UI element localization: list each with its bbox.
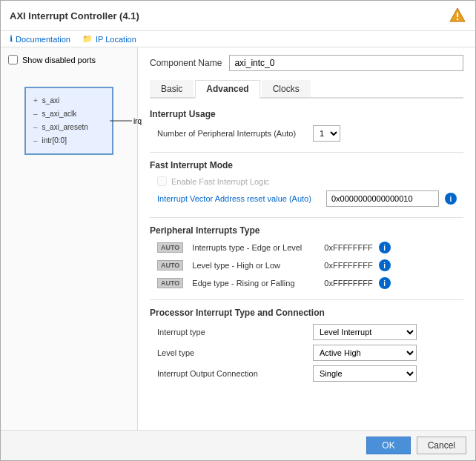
port-intr: – intr[0:0]	[33, 134, 105, 147]
interrupt-type-dropdown[interactable]: Level Interrupt Fast Interrupt	[313, 324, 417, 340]
right-panel: Component Name Basic Advanced Clocks Int…	[138, 47, 475, 430]
interrupt-row-1: AUTO Level type - High or Low 0xFFFFFFFF…	[150, 259, 463, 271]
interrupt-usage-title: Interrupt Usage	[150, 109, 463, 119]
ip-location-label: IP Location	[96, 35, 136, 44]
irq-connector: irq	[110, 117, 142, 125]
num-interrupts-row: Number of Peripheral Interrupts (Auto) 1	[150, 125, 463, 142]
location-icon: 📁	[82, 34, 93, 44]
tabs: Basic Advanced Clocks	[150, 80, 463, 99]
plus-icon-1: +	[33, 94, 38, 107]
info-icon: ℹ	[10, 34, 13, 44]
port-s-axi: + s_axi	[33, 94, 105, 107]
tab-basic[interactable]: Basic	[150, 80, 194, 97]
left-panel: Show disabled ports + s_axi – s_axi_aclk	[1, 47, 138, 430]
processor-interrupt-section: Processor Interrupt Type and Connection …	[150, 308, 463, 382]
connection-dropdown[interactable]: Single Individual	[313, 365, 417, 382]
interrupt-label-1: Level type - High or Low	[192, 261, 318, 270]
vector-address-label: Interrupt Vector Address reset value (Au…	[157, 194, 320, 203]
title-bar: AXI Interrupt Controller (4.1)	[1, 1, 475, 31]
window-title: AXI Interrupt Controller (4.1)	[10, 10, 139, 21]
enable-fast-interrupt-checkbox	[157, 176, 167, 186]
ok-button[interactable]: OK	[366, 437, 410, 454]
peripheral-types-section: Peripheral Interrupts Type AUTO Interrup…	[150, 225, 463, 289]
component-name-label: Component Name	[150, 58, 222, 68]
peripheral-types-title: Peripheral Interrupts Type	[150, 225, 463, 236]
minus-icon-3: –	[33, 134, 38, 147]
processor-interrupt-title: Processor Interrupt Type and Connection	[150, 308, 463, 318]
minus-icon-1: –	[33, 107, 38, 121]
irq-line	[110, 121, 132, 122]
main-window: AXI Interrupt Controller (4.1) ℹ Documen…	[0, 0, 476, 461]
interrupt-label-2: Edge type - Rising or Falling	[192, 279, 318, 288]
show-disabled-row: Show disabled ports	[8, 55, 130, 64]
hex-value-2: 0xFFFFFFFF	[324, 279, 372, 288]
enable-fast-interrupt-row: Enable Fast Interrupt Logic	[150, 176, 463, 186]
show-disabled-checkbox[interactable]	[8, 55, 18, 64]
port-s-axi-aclk: – s_axi_aclk	[33, 107, 105, 121]
component-diagram: + s_axi – s_axi_aclk – s_axi_aresetn –	[8, 87, 130, 155]
auto-badge-2: AUTO	[157, 278, 183, 288]
interrupt-label-0: Interrupts type - Edge or Level	[192, 243, 318, 252]
tab-advanced[interactable]: Advanced	[195, 80, 260, 99]
auto-badge-1: AUTO	[157, 260, 183, 271]
component-name-input[interactable]	[229, 55, 463, 71]
connection-label: Interrupt Output Connection	[157, 369, 305, 378]
minus-icon-2: –	[33, 121, 38, 134]
info-button-1[interactable]: i	[379, 259, 391, 271]
documentation-link[interactable]: ℹ Documentation	[10, 34, 70, 44]
bottom-bar: OK Cancel	[1, 430, 475, 460]
component-name-row: Component Name	[150, 55, 463, 71]
info-button-0[interactable]: i	[379, 242, 391, 253]
num-interrupts-dropdown[interactable]: 1	[313, 125, 340, 142]
documentation-label: Documentation	[16, 35, 70, 44]
divider-1	[150, 152, 463, 153]
toolbar: ℹ Documentation 📁 IP Location	[1, 31, 475, 47]
main-content: Show disabled ports + s_axi – s_axi_aclk	[1, 47, 475, 430]
hex-value-0: 0xFFFFFFFF	[324, 243, 372, 252]
diagram-box: + s_axi – s_axi_aclk – s_axi_aresetn –	[24, 87, 113, 155]
level-type-label: Level type	[157, 348, 305, 357]
fast-interrupt-section: Fast Interrupt Mode Enable Fast Interrup…	[150, 160, 463, 207]
num-interrupts-label: Number of Peripheral Interrupts (Auto)	[157, 129, 305, 138]
vector-info-button[interactable]: i	[445, 193, 457, 205]
info-button-2[interactable]: i	[379, 277, 391, 289]
ip-location-link[interactable]: 📁 IP Location	[82, 34, 136, 44]
svg-point-2	[457, 19, 458, 20]
interrupt-usage-section: Interrupt Usage Number of Peripheral Int…	[150, 109, 463, 142]
interrupt-type-label: Interrupt type	[157, 328, 305, 336]
vector-address-input[interactable]	[326, 190, 439, 207]
interrupt-type-row: Interrupt type Level Interrupt Fast Inte…	[150, 324, 463, 340]
divider-3	[150, 299, 463, 300]
logo-icon	[449, 7, 466, 24]
tab-clocks[interactable]: Clocks	[262, 80, 311, 97]
vector-address-row: Interrupt Vector Address reset value (Au…	[150, 190, 463, 207]
connection-row: Interrupt Output Connection Single Indiv…	[150, 365, 463, 382]
interrupt-row-2: AUTO Edge type - Rising or Falling 0xFFF…	[150, 277, 463, 289]
level-type-row: Level type Active High Active Low	[150, 345, 463, 361]
irq-label: irq	[133, 117, 142, 125]
fast-interrupt-title: Fast Interrupt Mode	[150, 160, 463, 170]
show-disabled-label: Show disabled ports	[22, 56, 96, 64]
level-type-dropdown[interactable]: Active High Active Low	[313, 345, 417, 361]
interrupt-row-0: AUTO Interrupts type - Edge or Level 0xF…	[150, 242, 463, 253]
cancel-button[interactable]: Cancel	[417, 437, 466, 454]
enable-fast-interrupt-label: Enable Fast Interrupt Logic	[171, 177, 269, 186]
port-s-axi-aresetn: – s_axi_aresetn	[33, 121, 105, 134]
divider-2	[150, 217, 463, 218]
auto-badge-0: AUTO	[157, 242, 183, 253]
hex-value-1: 0xFFFFFFFF	[324, 261, 372, 270]
